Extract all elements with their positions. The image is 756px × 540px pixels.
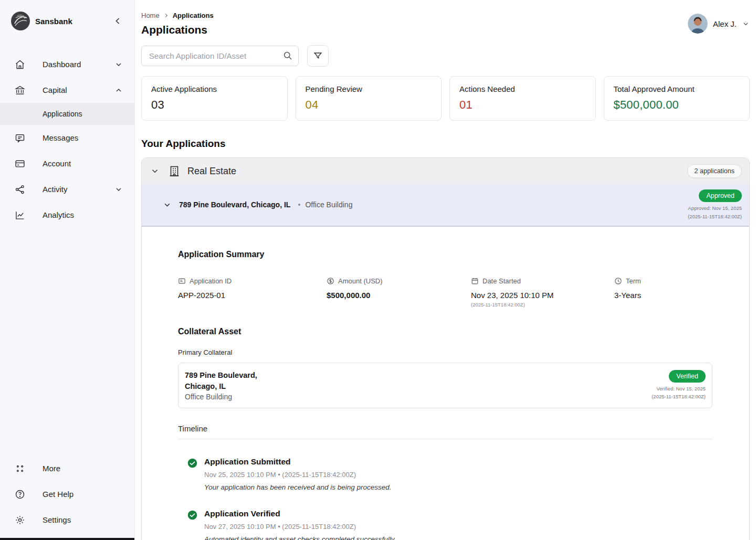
sidebar-item-capital[interactable]: Capital bbox=[0, 77, 134, 103]
status-date: Approved: Nov 15, 2025 bbox=[688, 205, 742, 212]
chart-icon bbox=[15, 210, 25, 220]
sidebar-item-label: Get Help bbox=[43, 490, 74, 499]
search-row bbox=[141, 45, 750, 67]
stat-value: 04 bbox=[306, 98, 432, 112]
sidebar-item-label: Capital bbox=[43, 86, 67, 94]
sidebar-bottom-edge bbox=[0, 538, 134, 540]
collateral-address-line2: Chicago, IL bbox=[185, 381, 257, 392]
chevron-up-icon bbox=[114, 86, 123, 94]
timeline-title: Timeline bbox=[178, 424, 712, 433]
field-label: Application ID bbox=[190, 277, 232, 285]
chevron-down-icon[interactable] bbox=[163, 200, 172, 209]
application-row[interactable]: 789 Pine Boulevard, Chicago, IL Office B… bbox=[142, 184, 749, 227]
breadcrumb-home-link[interactable]: Home bbox=[141, 12, 160, 19]
credit-card-icon bbox=[15, 158, 25, 169]
sidebar-item-applications[interactable]: Applications bbox=[0, 103, 134, 125]
sansbank-logo-icon bbox=[10, 11, 30, 31]
sidebar-item-label: Applications bbox=[43, 110, 82, 118]
breadcrumb-title-block: Home Applications Applications bbox=[141, 12, 214, 36]
gear-icon bbox=[15, 515, 25, 525]
stat-label: Actions Needed bbox=[459, 84, 586, 93]
status-date-iso: (2025-11-15T18:42:00Z) bbox=[688, 214, 742, 220]
field-label: Date Started bbox=[482, 277, 521, 285]
event-timestamp: Nov 25, 2025 10:10 PM • (2025-11-15T18:4… bbox=[204, 471, 392, 479]
dollar-icon bbox=[327, 277, 334, 285]
breadcrumb-current: Applications bbox=[173, 12, 214, 19]
sidebar-item-settings[interactable]: Settings bbox=[0, 507, 134, 533]
field-value: Nov 23, 2025 10:10 PM bbox=[471, 291, 614, 300]
field-label: Amount (USD) bbox=[338, 277, 383, 285]
grid-icon bbox=[15, 463, 25, 474]
application-asset-type: Office Building bbox=[305, 200, 352, 209]
check-circle-icon bbox=[187, 458, 197, 468]
page-title: Applications bbox=[141, 24, 214, 36]
timeline-divider bbox=[178, 439, 712, 439]
check-circle-icon bbox=[187, 510, 197, 520]
sidebar-item-account[interactable]: Account bbox=[0, 151, 134, 176]
search-box bbox=[141, 46, 299, 66]
collateral-info: 789 Pine Boulevard, Chicago, IL Office B… bbox=[185, 370, 257, 401]
building-icon bbox=[168, 165, 181, 177]
bank-icon bbox=[15, 85, 25, 96]
stat-value: 03 bbox=[151, 98, 278, 112]
id-card-icon bbox=[178, 277, 186, 285]
primary-collateral-label: Primary Collateral bbox=[178, 348, 712, 356]
activity-icon bbox=[15, 184, 25, 195]
stat-card-total-approved: Total Approved Amount $500,000.00 bbox=[604, 76, 750, 121]
stat-label: Active Applications bbox=[151, 84, 278, 93]
stat-card-active-applications: Active Applications 03 bbox=[141, 76, 288, 121]
field-application-id: Application ID APP-2025-01 bbox=[178, 277, 327, 308]
filter-button[interactable] bbox=[307, 45, 329, 67]
sidebar: Sansbank Dashboard Capital bbox=[0, 0, 135, 540]
event-timestamp: Nov 27, 2025 10:10 PM • (2025-11-15T18:4… bbox=[204, 523, 396, 531]
section-title: Your Applications bbox=[141, 138, 750, 150]
app-root: Sansbank Dashboard Capital bbox=[0, 0, 756, 540]
verified-date: Verified: Nov 15, 2025 bbox=[657, 386, 706, 393]
collateral-asset-type: Office Building bbox=[185, 393, 257, 401]
stat-label: Total Approved Amount bbox=[614, 84, 740, 93]
collateral-status-block: Verified Verified: Nov 15, 2025 (2025-11… bbox=[652, 370, 706, 401]
group-count-badge: 2 applications bbox=[687, 164, 742, 178]
sidebar-header: Sansbank bbox=[0, 0, 134, 42]
sidebar-footer: More Get Help Settings bbox=[0, 456, 134, 540]
sidebar-item-analytics[interactable]: Analytics bbox=[0, 202, 134, 228]
sidebar-collapse-button[interactable] bbox=[110, 14, 125, 28]
user-menu[interactable]: Alex J. bbox=[688, 14, 750, 34]
stat-value: $500,000.00 bbox=[614, 98, 740, 112]
sidebar-item-label: More bbox=[43, 464, 60, 473]
field-date-started: Date Started Nov 23, 2025 10:10 PM (2025… bbox=[471, 277, 614, 308]
event-description: Your application has been received and i… bbox=[204, 483, 392, 491]
breadcrumb: Home Applications bbox=[141, 12, 214, 19]
group-name: Real Estate bbox=[187, 166, 236, 177]
status-badge-verified: Verified bbox=[669, 370, 706, 383]
sidebar-item-more[interactable]: More bbox=[0, 456, 134, 481]
field-amount: Amount (USD) $500,000.00 bbox=[327, 277, 471, 308]
sidebar-item-get-help[interactable]: Get Help bbox=[0, 481, 134, 507]
chevron-down-icon bbox=[114, 60, 123, 69]
breadcrumb-separator-icon bbox=[163, 13, 169, 18]
help-icon bbox=[15, 489, 25, 500]
collateral-title: Collateral Asset bbox=[178, 327, 712, 336]
sidebar-item-label: Activity bbox=[43, 185, 68, 194]
message-icon bbox=[15, 133, 25, 143]
chevron-down-icon bbox=[114, 185, 123, 194]
application-details: Application Summary Application ID APP-2… bbox=[142, 227, 749, 540]
group-header-real-estate[interactable]: Real Estate 2 applications bbox=[142, 158, 749, 184]
search-icon[interactable] bbox=[282, 50, 293, 61]
dot-separator bbox=[298, 204, 300, 206]
event-description: Automated identity and asset checks comp… bbox=[204, 535, 396, 540]
chevron-down-icon bbox=[150, 166, 160, 176]
sidebar-item-label: Dashboard bbox=[43, 60, 81, 69]
sidebar-item-dashboard[interactable]: Dashboard bbox=[0, 51, 134, 77]
application-status-block: Approved Approved: Nov 15, 2025 (2025-11… bbox=[688, 189, 742, 220]
applications-card: Real Estate 2 applications 789 Pine Boul… bbox=[141, 157, 750, 540]
sidebar-item-activity[interactable]: Activity bbox=[0, 176, 134, 202]
sidebar-item-label: Messages bbox=[43, 133, 78, 142]
brand-name: Sansbank bbox=[35, 17, 110, 26]
search-input[interactable] bbox=[141, 46, 299, 66]
field-sub-value: (2025-11-15T18:42:00Z) bbox=[471, 302, 614, 308]
stats-row: Active Applications 03 Pending Review 04… bbox=[141, 76, 750, 121]
chevron-down-icon bbox=[742, 20, 750, 28]
event-title: Application Submitted bbox=[204, 457, 392, 467]
sidebar-item-messages[interactable]: Messages bbox=[0, 125, 134, 151]
